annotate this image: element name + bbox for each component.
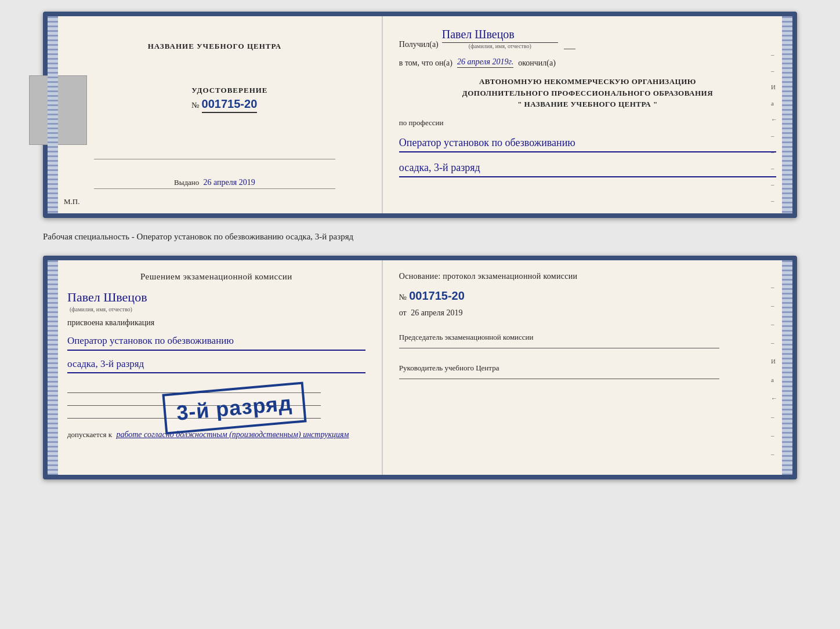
- document-1-inner: НАЗВАНИЕ УЧЕБНОГО ЦЕНТРА УДОСТОВЕРЕНИЕ №…: [48, 16, 792, 213]
- allows-text: допускается к работе согласно должностны…: [67, 430, 365, 439]
- doc2-side-chars: – – – – И а ← – – –: [771, 283, 777, 457]
- org-name: " НАЗВАНИЕ УЧЕБНОГО ЦЕНТРА ": [399, 99, 776, 110]
- certificate-number-block: УДОСТОВЕРЕНИЕ № 001715-20: [191, 86, 267, 113]
- allows-label: допускается к: [67, 430, 112, 439]
- date-line: в том, что он(а) 26 апреля 2019г. окончи…: [399, 57, 776, 68]
- side-char-6: –: [771, 132, 777, 139]
- side-chars-block: – – И а ← – – – – –: [771, 51, 777, 204]
- profession-value: Оператор установок по обезвоживанию: [399, 136, 776, 152]
- side-char-7: –: [771, 148, 777, 155]
- doc2-side-9: –: [771, 432, 777, 439]
- org-block: АВТОНОМНУЮ НЕКОММЕРЧЕСКУЮ ОРГАНИЗАЦИЮ ДО…: [399, 76, 776, 110]
- director-label: Руководитель учебного Центра: [399, 363, 776, 373]
- doc2-side-4: –: [771, 339, 777, 346]
- qualification-text: присвоена квалификация: [67, 318, 365, 328]
- chairman-block: Председатель экзаменационной комиссии: [399, 333, 776, 348]
- doc2-side-8: –: [771, 413, 777, 420]
- issued-label: Выдано: [174, 178, 199, 187]
- basis-number-prefix: №: [399, 293, 407, 302]
- doc2-left-panel: Решением экзаменационной комиссии Павел …: [48, 260, 383, 475]
- doc2-side-7: ←: [771, 395, 777, 402]
- side-char-4: а: [771, 100, 777, 107]
- person-name-large: Павел Швецов: [67, 290, 147, 305]
- recipient-name: Павел Швецов: [442, 28, 558, 43]
- doc2-side-5: И: [771, 358, 777, 365]
- side-char-1: –: [771, 51, 777, 58]
- doc2-side-1: –: [771, 283, 777, 290]
- person-name-hint: (фамилия, имя, отчество): [70, 306, 132, 312]
- name-hint: (фамилия, имя, отчество): [469, 43, 531, 49]
- recipient-line: Получил(а) Павел Швецов (фамилия, имя, о…: [399, 28, 776, 49]
- certify-text: в том, что он(а): [399, 59, 452, 68]
- doc2-right-panel: Основание: протокол экзаменационной коми…: [383, 260, 792, 475]
- doc2-side-10: –: [771, 450, 777, 457]
- doc2-side-2: –: [771, 302, 777, 309]
- side-char-10: –: [771, 197, 777, 204]
- issued-date: 26 апреля 2019: [204, 178, 255, 187]
- doc2-side-3: –: [771, 321, 777, 328]
- qualification-value2: осадка, 3-й разряд: [67, 357, 365, 374]
- org-line2: ДОПОЛНИТЕЛЬНОГО ПРОФЕССИОНАЛЬНОГО ОБРАЗО…: [399, 88, 776, 99]
- separator-text: Рабочая специальность - Оператор установ…: [43, 228, 797, 245]
- basis-date: 26 апреля 2019: [411, 308, 462, 317]
- side-char-5: ←: [771, 116, 777, 123]
- document-1-wrapper: НАЗВАНИЕ УЧЕБНОГО ЦЕНТРА УДОСТОВЕРЕНИЕ №…: [43, 12, 797, 218]
- org-line1: АВТОНОМНУЮ НЕКОММЕРЧЕСКУЮ ОРГАНИЗАЦИЮ: [399, 76, 776, 88]
- date-value: 26 апреля 2019г.: [457, 57, 513, 68]
- director-sig-line: [399, 377, 720, 379]
- training-center-title: НАЗВАНИЕ УЧЕБНОГО ЦЕНТРА: [148, 42, 282, 51]
- director-block: Руководитель учебного Центра: [399, 363, 776, 379]
- basis-date-prefix: от: [399, 308, 407, 317]
- doc1-left-panel: НАЗВАНИЕ УЧЕБНОГО ЦЕНТРА УДОСТОВЕРЕНИЕ №…: [48, 16, 383, 213]
- certificate-container: НАЗВАНИЕ УЧЕБНОГО ЦЕНТРА УДОСТОВЕРЕНИЕ №…: [12, 12, 828, 479]
- chairman-sig-line: [399, 347, 720, 348]
- issued-date-line: Выдано 26 апреля 2019: [94, 178, 335, 189]
- document-2-wrapper: Решением экзаменационной комиссии Павел …: [43, 256, 797, 479]
- number-prefix: №: [191, 101, 199, 110]
- certificate-label: УДОСТОВЕРЕНИЕ: [191, 86, 267, 95]
- chairman-label: Председатель экзаменационной комиссии: [399, 333, 776, 342]
- stamp-text: 3-й разряд: [176, 391, 294, 425]
- profession-label: по профессии: [399, 118, 776, 128]
- doc1-right-panel: Получил(а) Павел Швецов (фамилия, имя, о…: [383, 16, 792, 213]
- side-char-3: И: [771, 83, 777, 90]
- allows-value: работе согласно должностным (производств…: [116, 430, 349, 439]
- qualification-value1: Оператор установок по обезвоживанию: [67, 333, 365, 351]
- mp-label: М.П.: [64, 197, 79, 206]
- side-char-2: –: [771, 67, 777, 74]
- basis-number: 001715-20: [409, 289, 465, 303]
- certificate-number: 001715-20: [202, 97, 258, 113]
- received-label: Получил(а): [399, 40, 439, 49]
- profession-sub: осадка, 3-й разряд: [399, 161, 776, 177]
- photo-placeholder: [29, 75, 87, 145]
- document-2-inner: Решением экзаменационной комиссии Павел …: [48, 260, 792, 475]
- doc2-side-6: а: [771, 376, 777, 383]
- side-char-9: –: [771, 181, 777, 188]
- basis-date-line: от 26 апреля 2019: [399, 308, 776, 318]
- decision-title: Решением экзаменационной комиссии: [67, 272, 365, 282]
- basis-label: Основание: протокол экзаменационной коми…: [399, 272, 776, 281]
- side-char-8: –: [771, 165, 777, 172]
- finished-label: окончил(а): [518, 59, 556, 68]
